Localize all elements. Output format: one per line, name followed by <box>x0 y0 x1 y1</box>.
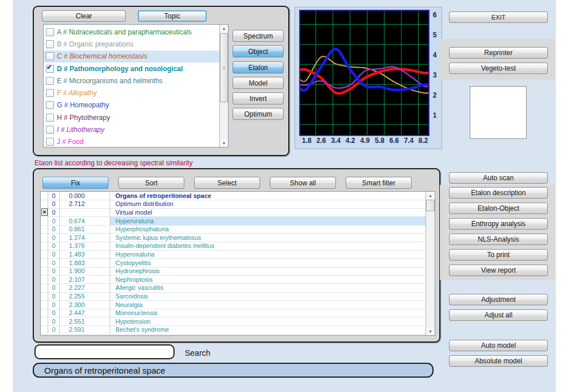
category-list-scrollbar[interactable]: ▲ ≡ ▼ <box>219 25 228 147</box>
checkbox[interactable] <box>46 114 54 122</box>
category-item-B[interactable]: B # Organic preparations <box>44 38 220 50</box>
checkbox[interactable] <box>46 77 54 85</box>
checkbox[interactable] <box>46 40 54 48</box>
nls-analysis-button[interactable]: NLS-Analysis <box>449 234 548 245</box>
fix-button[interactable]: Fix <box>42 177 109 189</box>
row-marker-cell <box>41 225 48 234</box>
row-similarity-cell: 1.883 <box>60 258 110 267</box>
search-input[interactable] <box>34 344 175 359</box>
clear-button[interactable]: Clear <box>42 10 126 22</box>
checkbox[interactable] <box>46 28 54 36</box>
category-item-D[interactable]: ✔D # Pathomorphology and nosological <box>44 63 220 75</box>
row-count-cell: 0 <box>48 250 60 259</box>
category-item-I[interactable]: I # Lithotherapy <box>44 123 220 135</box>
row-count-cell: 0 <box>48 225 60 234</box>
etalon-button[interactable]: Etalon <box>233 61 284 73</box>
row-name-cell: Insulin-dependent diabetes mellitus <box>110 242 426 251</box>
row-name-cell: Nephroptosis <box>110 275 426 284</box>
row-marker-cell <box>41 267 48 276</box>
row-name-cell: Organs of retroperitoneal space <box>110 192 426 201</box>
etalon-row[interactable]: ×0Virtual model <box>41 208 426 217</box>
spectrum-button[interactable]: Spectrum <box>233 30 284 42</box>
checkbox[interactable]: ✔ <box>46 65 54 73</box>
adjustment-button[interactable]: Adjustment <box>449 294 548 305</box>
invert-button[interactable]: Invert <box>233 92 284 104</box>
etalon-row[interactable]: 01.274Systemic lupus erythematosus <box>41 234 426 242</box>
scrollbar-thumb[interactable]: ≡ <box>220 33 228 102</box>
row-name-cell: Hyperuraturia <box>110 216 426 226</box>
etalon-row[interactable]: 02.300Neuralgia <box>41 301 426 309</box>
category-item-E[interactable]: E # Microorganisms and helminths <box>44 75 220 87</box>
scroll-down-icon[interactable]: ▼ <box>220 139 228 147</box>
absolute-model-button[interactable]: Absolute model <box>449 355 548 367</box>
etalon-row[interactable]: 02.255Sarcoidosis <box>41 292 426 301</box>
category-item-G[interactable]: G # Homeopathy <box>44 99 220 111</box>
scrollbar-thumb[interactable] <box>426 200 435 211</box>
category-item-A[interactable]: A # Nutraceuticals and parapharmaceutica… <box>44 26 220 38</box>
checkbox[interactable] <box>46 52 54 60</box>
checkbox[interactable] <box>46 138 54 146</box>
view-report-button[interactable]: View report <box>449 265 548 276</box>
checkbox[interactable] <box>46 126 54 134</box>
row-marker-cell <box>41 258 48 267</box>
etalon-row[interactable]: 00.674Hyperuraturia <box>41 217 426 226</box>
etalon-description-button[interactable]: Etalon description <box>449 187 548 199</box>
sort-button[interactable]: Sort <box>118 177 184 189</box>
row-count-cell: 0 <box>48 284 60 293</box>
scroll-up-icon[interactable]: ▲ <box>220 25 228 32</box>
etalon-row[interactable]: 02.227Allergic vasculitis <box>41 284 426 293</box>
row-name-cell: Bechet's syndrome <box>110 325 426 335</box>
auto-scan-button[interactable]: Auto scan <box>449 172 548 184</box>
category-item-F[interactable]: F # Allopathy <box>44 87 220 99</box>
category-label: G # Homeopathy <box>57 101 109 109</box>
smart-filter-button[interactable]: Smart filter <box>346 177 412 189</box>
vegeto-test-button[interactable]: Vegeto-test <box>449 63 548 74</box>
etalon-row[interactable]: 02.712Optimum distribution <box>41 200 426 209</box>
show-all-button[interactable]: Show all <box>270 177 336 189</box>
category-item-H[interactable]: H # Phytotherapy <box>44 111 220 123</box>
etalon-row[interactable]: 01.900Hydronephrosis <box>41 267 426 275</box>
category-label: J # Food <box>57 138 84 146</box>
scroll-up-icon[interactable]: ▲ <box>426 192 435 199</box>
etalon-row[interactable]: 02.551Hypotension <box>41 317 426 326</box>
exit-button[interactable]: EXIT <box>449 11 548 23</box>
etalon-row[interactable]: 01.376Insulin-dependent diabetes mellitu… <box>41 242 426 251</box>
etalon-row[interactable]: 00.000Organs of retroperitoneal space <box>41 192 426 200</box>
etalon-row[interactable]: 02.107Nephroptosis <box>41 275 426 284</box>
check-icon: ✔ <box>47 64 52 71</box>
model-button[interactable]: Model <box>233 77 284 89</box>
row-similarity-cell: 0.674 <box>60 216 110 226</box>
object-button[interactable]: Object <box>233 45 284 57</box>
status-text: Organs of retroperitoneal space <box>44 366 165 375</box>
auto-model-button[interactable]: Auto model <box>449 340 548 351</box>
optimum-button[interactable]: Optimum <box>233 108 284 120</box>
preview-box <box>470 86 527 139</box>
row-count-cell: 0 <box>48 317 60 326</box>
checkbox[interactable] <box>46 89 54 97</box>
etalon-table-scrollbar[interactable]: ▲ ▼ <box>425 192 435 335</box>
topic-button[interactable]: Topic <box>138 10 207 22</box>
etalon-row[interactable]: 00.861Hyperphosphaturia <box>41 225 426 234</box>
row-similarity-cell: 1.483 <box>60 250 110 259</box>
etalon-row[interactable]: 01.883Cystopyelitis <box>41 259 426 267</box>
etalon-row[interactable]: 02.591Bechet's syndrome <box>41 326 426 335</box>
category-item-J[interactable]: J # Food <box>44 136 220 148</box>
etalon-row[interactable]: 02.447Mononucleosis <box>41 309 426 317</box>
reprinter-button[interactable]: Reprinter <box>449 47 548 59</box>
row-marker-cell <box>41 200 48 209</box>
select-button[interactable]: Select <box>194 177 260 189</box>
checkbox[interactable] <box>46 101 54 109</box>
category-label: H # Phytotherapy <box>57 114 110 122</box>
row-name-cell: Systemic lupus erythematosus <box>110 233 426 242</box>
etalon-row[interactable]: 01.483Hyperoxaluria <box>41 250 426 259</box>
row-count-cell: 0 <box>48 325 60 335</box>
category-item-C[interactable]: C # Biochemical homeostasis <box>44 51 220 63</box>
scrollbar-track: ≡ <box>220 32 228 139</box>
adjust-all-button[interactable]: Adjust all <box>449 309 548 321</box>
etalon-object-button[interactable]: Etalon-Object <box>449 203 548 214</box>
scroll-down-icon[interactable]: ▼ <box>426 328 435 335</box>
enthropy-analysis-button[interactable]: Enthropy analysis <box>449 218 548 230</box>
row-similarity-cell: 2.551 <box>60 317 110 326</box>
row-similarity-cell: 0.000 <box>60 192 110 201</box>
to-print-button[interactable]: To print <box>449 249 548 261</box>
